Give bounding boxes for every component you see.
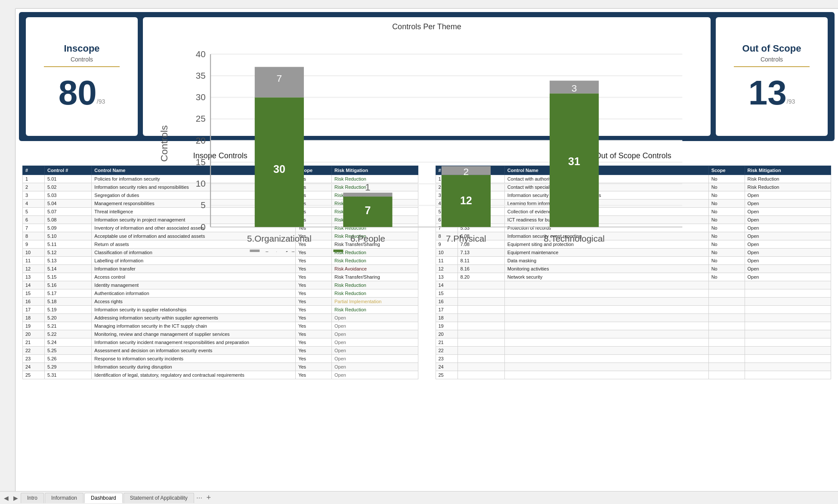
inscope-total: /93 [97, 98, 105, 105]
tab-scroll-left[interactable]: ◀ [2, 494, 10, 502]
inscope-cell-7-1: 5.10 [45, 232, 92, 240]
tab-menu-btn[interactable]: ⋯ [195, 494, 204, 502]
oos-cell-24-4 [745, 371, 831, 379]
svg-text:31: 31 [568, 155, 580, 167]
svg-text:Controls: Controls [158, 125, 170, 162]
oos-cell-19-1 [458, 330, 504, 338]
inscope-cell-10-1: 5.13 [45, 257, 92, 265]
inscope-cell-23-4: Open [332, 363, 418, 371]
inscope-cell-9-1: 5.12 [45, 249, 92, 257]
oos-cell-13-4 [745, 281, 831, 289]
inscope-cell-0-1: 5.01 [45, 175, 92, 183]
oos-cell-5-3: No [708, 216, 745, 224]
oos-cell-14-4 [745, 289, 831, 298]
oos-table-row: 21 [436, 338, 831, 347]
oos-cell-12-0: 13 [436, 273, 458, 281]
oos-cell-17-1 [458, 314, 504, 322]
oos-cell-22-3 [708, 355, 745, 363]
oos-cell-23-1 [458, 363, 504, 371]
oos-title: Out of Scope [742, 43, 801, 54]
oos-cell-8-3: No [708, 240, 745, 249]
oos-subtitle: Controls [761, 56, 783, 63]
oos-cell-24-1 [458, 371, 504, 379]
inscope-cell-24-0: 25 [23, 371, 45, 379]
oos-cell-12-2: Network security [504, 273, 708, 281]
inscope-cell-21-1: 5.25 [45, 347, 92, 355]
oos-cell-19-2 [504, 330, 708, 338]
oos-cell-13-2 [504, 281, 708, 289]
oos-cell-15-4 [745, 298, 831, 306]
tab-dashboard[interactable]: Dashboard [84, 493, 123, 503]
oos-cell-11-4: Open [745, 265, 831, 273]
inscope-cell-18-2: Managing information security in the ICT… [92, 322, 296, 330]
inscope-cell-15-0: 16 [23, 298, 45, 306]
tab-scroll-right[interactable]: ▶ [11, 494, 20, 502]
svg-text:15: 15 [196, 157, 206, 167]
bar-org-inscope [255, 97, 304, 227]
inscope-table-row: 165.18Access rightsYesPartial Implementa… [23, 298, 418, 306]
tab-intro[interactable]: Intro [21, 493, 44, 503]
bar-people-oos [343, 193, 392, 197]
oos-cell-11-2: Monitoring activities [504, 265, 708, 273]
oos-cell-16-2 [504, 306, 708, 314]
inscope-cell-16-1: 5.19 [45, 306, 92, 314]
oos-cell-18-0: 19 [436, 322, 458, 330]
oos-cell-21-2 [504, 347, 708, 355]
inscope-cell-8-1: 5.11 [45, 240, 92, 249]
inscope-cell-16-4: Risk Reduction [332, 306, 418, 314]
oos-cell-4-3: No [708, 208, 745, 216]
inscope-cell-2-1: 5.03 [45, 191, 92, 200]
tab-information[interactable]: Information [45, 493, 83, 503]
chart-svg: Controls [152, 35, 702, 252]
inscope-cell-21-0: 22 [23, 347, 45, 355]
inscope-number-pair: 80 /93 [59, 76, 105, 110]
inscope-cell-14-2: Authentication information [92, 289, 296, 298]
svg-text:1: 1 [365, 181, 371, 193]
svg-text:Out of Scope: Out of Scope [263, 249, 315, 252]
oos-cell-17-0: 18 [436, 314, 458, 322]
inscope-cell-14-4: Risk Reduction [332, 289, 418, 298]
oos-cell-21-1 [458, 347, 504, 355]
oos-cell-16-4 [745, 306, 831, 314]
inscope-cell-5-1: 5.08 [45, 216, 92, 224]
inscope-cell-10-2: Labelling of information [92, 257, 296, 265]
oos-cell-19-4 [745, 330, 831, 338]
oos-cell-13-3 [708, 281, 745, 289]
oos-cell-17-2 [504, 314, 708, 322]
tab-soa[interactable]: Statement of Applicability [124, 493, 194, 503]
oos-cell-23-0: 24 [436, 363, 458, 371]
oos-cell-5-4: Open [745, 216, 831, 224]
oos-cell-6-3: No [708, 224, 745, 232]
oos-cell-17-3 [708, 314, 745, 322]
oos-cell-15-3 [708, 298, 745, 306]
oos-cell-22-0: 23 [436, 355, 458, 363]
oos-cell-13-0: 14 [436, 281, 458, 289]
oos-cell-23-2 [504, 363, 708, 371]
tab-add-btn[interactable]: + [204, 494, 213, 502]
oos-table-row: 19 [436, 322, 831, 330]
oos-cell-23-3 [708, 363, 745, 371]
inscope-cell-21-4: Open [332, 347, 418, 355]
svg-text:3: 3 [572, 83, 577, 94]
oos-table-row: 25 [436, 371, 831, 379]
inscope-cell-22-1: 5.26 [45, 355, 92, 363]
oos-table-row: 18 [436, 314, 831, 322]
legend-oos-box [250, 249, 260, 252]
inscope-cell-16-2: Information security in supplier relatio… [92, 306, 296, 314]
inscope-table-row: 175.19Information security in supplier r… [23, 306, 418, 314]
inscope-cell-23-1: 5.29 [45, 363, 92, 371]
inscope-cell-13-3: Yes [296, 281, 332, 289]
svg-text:20: 20 [196, 135, 206, 145]
inscope-cell-15-1: 5.18 [45, 298, 92, 306]
oos-divider [734, 66, 810, 67]
inscope-title: Inscope [64, 43, 99, 54]
inscope-col-num: # [23, 166, 45, 175]
inscope-cell-10-0: 11 [23, 257, 45, 265]
oos-table-row: 138.20Network securityNoOpen [436, 273, 831, 281]
inscope-cell-11-2: Information transfer [92, 265, 296, 273]
inscope-divider [44, 66, 120, 67]
oos-table-row: 118.11Data maskingNoOpen [436, 257, 831, 265]
horizontal-scrollbar[interactable] [214, 495, 836, 501]
svg-text:25: 25 [196, 114, 206, 123]
svg-text:30: 30 [273, 163, 285, 175]
